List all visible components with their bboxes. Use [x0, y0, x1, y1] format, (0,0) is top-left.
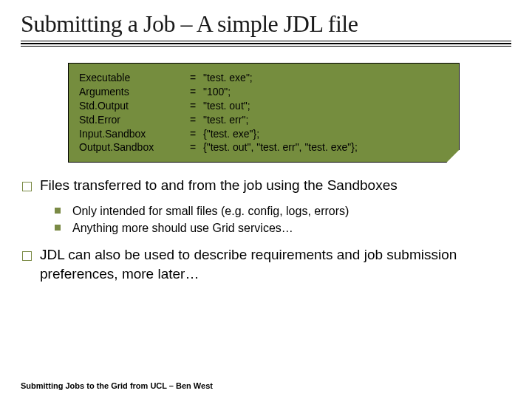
bullet-item: JDL can also be used to describe require… — [21, 245, 511, 283]
sub-bullet-item: Anything more should use Grid services… — [53, 219, 511, 236]
sub-bullet-item: Only intended for small files (e.g. conf… — [53, 202, 511, 219]
slide-footer: Submitting Jobs to the Grid from UCL – B… — [21, 381, 213, 390]
code-val: "test. err"; — [203, 113, 248, 127]
code-val: {"test. exe"}; — [203, 127, 259, 141]
title-rule — [21, 41, 511, 47]
code-eq: = — [190, 140, 203, 154]
code-val: "test. out"; — [203, 99, 250, 113]
code-key: Std.Output — [79, 99, 190, 113]
code-key: Input.Sandbox — [79, 127, 190, 141]
code-key: Executable — [79, 71, 190, 85]
code-row: Input.Sandbox={"test. exe"}; — [79, 127, 449, 141]
code-key: Std.Error — [79, 113, 190, 127]
code-eq: = — [190, 113, 203, 127]
code-row: Arguments="100"; — [79, 85, 449, 99]
code-block-container: Executable="test. exe"; Arguments="100";… — [68, 63, 460, 163]
sub-bullet-text: Anything more should use Grid services… — [72, 222, 293, 234]
code-row: Std.Error="test. err"; — [79, 113, 449, 127]
rule-thick — [21, 43, 511, 44]
code-content: Executable="test. exe"; Arguments="100";… — [79, 71, 449, 154]
code-row: Output.Sandbox={"test. out", "test. err"… — [79, 140, 449, 154]
bullet-list: Files transferred to and from the job us… — [21, 176, 511, 283]
code-val: "test. exe"; — [203, 71, 253, 85]
bullet-text: Files transferred to and from the job us… — [40, 177, 398, 193]
code-row: Executable="test. exe"; — [79, 71, 449, 85]
rule-thin — [21, 46, 511, 47]
bullet-item: Files transferred to and from the job us… — [21, 176, 511, 236]
sub-bullet-list: Only intended for small files (e.g. conf… — [40, 202, 511, 236]
code-block: Executable="test. exe"; Arguments="100";… — [68, 63, 460, 163]
sub-bullet-text: Only intended for small files (e.g. conf… — [72, 205, 349, 217]
code-key: Output.Sandbox — [79, 140, 190, 154]
page-title: Submitting a Job – A simple JDL file — [21, 10, 511, 38]
code-eq: = — [190, 127, 203, 141]
code-eq: = — [190, 99, 203, 113]
code-eq: = — [190, 85, 203, 99]
code-eq: = — [190, 71, 203, 85]
bullet-text: JDL can also be used to describe require… — [40, 247, 457, 282]
slide: Submitting a Job – A simple JDL file Exe… — [0, 0, 532, 284]
code-val: {"test. out", "test. err", "test. exe"}; — [203, 140, 358, 154]
code-key: Arguments — [79, 85, 190, 99]
code-val: "100"; — [203, 85, 231, 99]
rule-thin — [21, 41, 511, 41]
code-row: Std.Output="test. out"; — [79, 99, 449, 113]
